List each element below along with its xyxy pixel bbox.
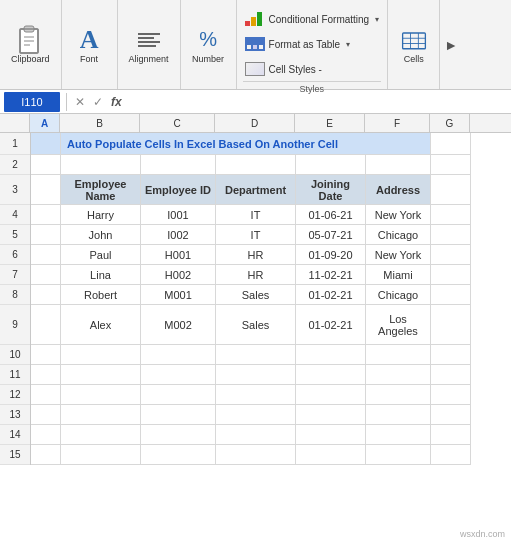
fx-icon[interactable]: fx — [109, 95, 124, 109]
cell-g6[interactable] — [431, 245, 471, 265]
cell-e2[interactable] — [296, 155, 366, 175]
cell-e15[interactable] — [296, 445, 366, 465]
cell-d13[interactable] — [216, 405, 296, 425]
cell-a13[interactable] — [31, 405, 61, 425]
row-num-15[interactable]: 15 — [0, 445, 30, 465]
cell-g8[interactable] — [431, 285, 471, 305]
cell-d15[interactable] — [216, 445, 296, 465]
cancel-icon[interactable]: ✕ — [73, 95, 87, 109]
cell-addr-lina[interactable]: Miami — [366, 265, 431, 285]
cell-b15[interactable] — [61, 445, 141, 465]
cell-addr-robert[interactable]: Chicago — [366, 285, 431, 305]
cell-styles-button[interactable]: Cell Styles - — [243, 57, 382, 81]
cell-dept-lina[interactable]: HR — [216, 265, 296, 285]
cells-button[interactable]: Cells — [395, 23, 433, 67]
cell-b10[interactable] — [61, 345, 141, 365]
cell-a5[interactable] — [31, 225, 61, 245]
cell-d2[interactable] — [216, 155, 296, 175]
cell-dept-alex[interactable]: Sales — [216, 305, 296, 345]
cell-b11[interactable] — [61, 365, 141, 385]
row-num-8[interactable]: 8 — [0, 285, 30, 305]
row-num-14[interactable]: 14 — [0, 425, 30, 445]
row-num-2[interactable]: 2 — [0, 155, 30, 175]
cell-g9[interactable] — [431, 305, 471, 345]
cell-name-robert[interactable]: Robert — [61, 285, 141, 305]
cell-g4[interactable] — [431, 205, 471, 225]
title-text[interactable]: Auto Populate Cells In Excel Based On An… — [61, 133, 431, 155]
cell-a7[interactable] — [31, 265, 61, 285]
row-num-3[interactable]: 3 — [0, 175, 30, 205]
cell-a6[interactable] — [31, 245, 61, 265]
cell-id-john[interactable]: I002 — [141, 225, 216, 245]
cell-g3[interactable] — [431, 175, 471, 205]
cell-addr-paul[interactable]: New York — [366, 245, 431, 265]
cell-id-alex[interactable]: M002 — [141, 305, 216, 345]
cell-dept-paul[interactable]: HR — [216, 245, 296, 265]
cell-a4[interactable] — [31, 205, 61, 225]
col-header-a[interactable]: A — [30, 114, 60, 132]
cell-name-john[interactable]: John — [61, 225, 141, 245]
cell-dept-john[interactable]: IT — [216, 225, 296, 245]
cell-d11[interactable] — [216, 365, 296, 385]
cell-c12[interactable] — [141, 385, 216, 405]
col-header-d[interactable]: D — [215, 114, 295, 132]
row-num-5[interactable]: 5 — [0, 225, 30, 245]
cell-f14[interactable] — [366, 425, 431, 445]
cell-date-paul[interactable]: 01-09-20 — [296, 245, 366, 265]
header-address[interactable]: Address — [366, 175, 431, 205]
cell-d14[interactable] — [216, 425, 296, 445]
clipboard-button[interactable]: Clipboard — [6, 23, 55, 67]
col-header-c[interactable]: C — [140, 114, 215, 132]
cell-date-lina[interactable]: 11-02-21 — [296, 265, 366, 285]
cell-g5[interactable] — [431, 225, 471, 245]
row-num-4[interactable]: 4 — [0, 205, 30, 225]
cell-b13[interactable] — [61, 405, 141, 425]
cell-g10[interactable] — [431, 345, 471, 365]
cell-a15[interactable] — [31, 445, 61, 465]
cell-date-harry[interactable]: 01-06-21 — [296, 205, 366, 225]
row-num-9[interactable]: 9 — [0, 305, 30, 345]
alignment-button[interactable]: Alignment — [124, 23, 174, 67]
cell-f10[interactable] — [366, 345, 431, 365]
row-num-10[interactable]: 10 — [0, 345, 30, 365]
cell-e10[interactable] — [296, 345, 366, 365]
format-as-table-button[interactable]: Format as Table ▾ — [243, 32, 382, 56]
cell-g15[interactable] — [431, 445, 471, 465]
cell-c14[interactable] — [141, 425, 216, 445]
col-header-e[interactable]: E — [295, 114, 365, 132]
cell-id-harry[interactable]: I001 — [141, 205, 216, 225]
cell-name-lina[interactable]: Lina — [61, 265, 141, 285]
cell-date-john[interactable]: 05-07-21 — [296, 225, 366, 245]
row-num-6[interactable]: 6 — [0, 245, 30, 265]
cell-b2[interactable] — [61, 155, 141, 175]
conditional-formatting-button[interactable]: Conditional Formatting ▾ — [243, 7, 382, 31]
number-button[interactable]: % Number — [187, 23, 229, 67]
cell-g7[interactable] — [431, 265, 471, 285]
cell-a2[interactable] — [31, 155, 61, 175]
cell-b14[interactable] — [61, 425, 141, 445]
cell-id-paul[interactable]: H001 — [141, 245, 216, 265]
title-cell[interactable] — [31, 133, 61, 155]
cell-a12[interactable] — [31, 385, 61, 405]
cell-a9[interactable] — [31, 305, 61, 345]
cell-d12[interactable] — [216, 385, 296, 405]
cell-date-robert[interactable]: 01-02-21 — [296, 285, 366, 305]
cell-g13[interactable] — [431, 405, 471, 425]
row-num-11[interactable]: 11 — [0, 365, 30, 385]
font-button[interactable]: A Font — [70, 23, 108, 67]
cell-c2[interactable] — [141, 155, 216, 175]
cell-d10[interactable] — [216, 345, 296, 365]
row-num-7[interactable]: 7 — [0, 265, 30, 285]
col-header-b[interactable]: B — [60, 114, 140, 132]
formula-input[interactable] — [128, 96, 507, 108]
cell-f13[interactable] — [366, 405, 431, 425]
cell-name-harry[interactable]: Harry — [61, 205, 141, 225]
cell-c10[interactable] — [141, 345, 216, 365]
cell-a3[interactable] — [31, 175, 61, 205]
col-header-g[interactable]: G — [430, 114, 470, 132]
cell-reference-input[interactable]: I110 — [4, 92, 60, 112]
confirm-icon[interactable]: ✓ — [91, 95, 105, 109]
cell-name-alex[interactable]: Alex — [61, 305, 141, 345]
cell-e11[interactable] — [296, 365, 366, 385]
cell-addr-harry[interactable]: New York — [366, 205, 431, 225]
